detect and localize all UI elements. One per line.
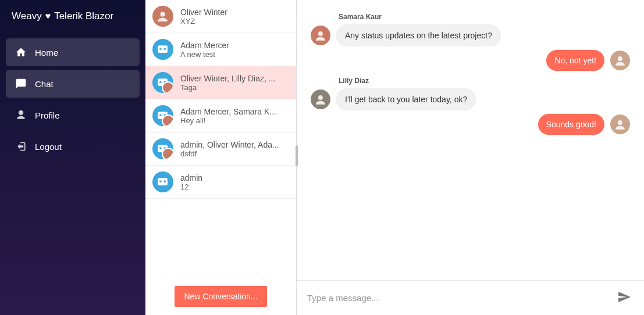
svg-point-0 [161,12,165,17]
conversation-item[interactable]: Adam Mercer, Samara K...Hey all! [145,99,296,133]
conversation-title: admin [180,173,202,182]
chat-icon [15,78,27,90]
nav-logout-label: Logout [35,142,62,152]
conversation-subtitle: dsfdf [180,149,279,158]
sidebar: Weavy ♥ Telerik Blazor Home Chat [0,0,145,315]
svg-rect-13 [158,178,168,186]
nav: Home Chat Profile Logout [0,33,145,166]
avatar [152,39,173,60]
send-button[interactable] [615,288,634,308]
nav-chat[interactable]: Chat [6,70,140,98]
svg-point-19 [618,120,622,125]
message-outgoing: Sounds good! [311,114,630,135]
svg-rect-11 [160,148,162,149]
svg-rect-9 [164,114,166,116]
conversation-item[interactable]: admin, Oliver Winter, Ada...dsfdf [145,133,296,166]
message-incoming: Any status updates on the latest project… [311,24,630,46]
svg-rect-6 [164,81,166,83]
conversation-item[interactable]: admin12 [145,166,296,199]
conversation-list[interactable]: Oliver WinterXYZAdam MercerA new testOli… [145,0,296,278]
conversation-title: Oliver Winter [180,8,227,17]
svg-rect-4 [158,79,168,87]
message-input[interactable] [307,293,608,303]
message-incoming: I'll get back to you later today, ok? [311,88,630,110]
message-bubble: No, not yet! [546,50,604,71]
avatar [610,114,630,134]
message-author: Samara Kaur [339,13,630,21]
conversation-panel: Oliver WinterXYZAdam MercerA new testOli… [145,0,297,315]
new-conversation-wrap: New Conversation... [145,278,296,315]
svg-rect-14 [160,181,162,182]
svg-rect-10 [158,145,168,153]
avatar [152,105,173,126]
heart-icon: ♥ [45,11,51,22]
conversation-title: admin, Oliver Winter, Ada... [180,140,279,149]
chat-panel: Samara KaurAny status updates on the lat… [297,0,644,315]
avatar [152,72,173,93]
brand-right: Telerik Blazor [54,10,113,22]
conversation-subtitle: Taga [180,83,275,92]
messages-area[interactable]: Samara KaurAny status updates on the lat… [297,0,644,280]
avatar [152,138,173,159]
nav-home[interactable]: Home [6,38,140,66]
avatar [152,6,173,27]
nav-profile-label: Profile [35,110,60,120]
svg-point-18 [318,95,323,100]
svg-point-16 [318,31,323,36]
conversation-subtitle: 12 [180,182,202,191]
conversation-subtitle: Hey all! [180,116,276,125]
avatar [610,51,630,70]
profile-icon [15,109,27,121]
brand: Weavy ♥ Telerik Blazor [0,0,145,33]
message-author: Lilly Diaz [339,77,630,85]
svg-rect-8 [160,114,162,116]
avatar [311,90,330,109]
send-icon [617,297,631,306]
svg-rect-5 [160,81,162,83]
conversation-item[interactable]: Adam MercerA new test [145,33,296,66]
new-conversation-button[interactable]: New Conversation... [175,286,266,307]
nav-logout[interactable]: Logout [6,133,140,160]
composer [297,280,644,315]
conversation-subtitle: XYZ [180,17,227,26]
conversation-title: Oliver Winter, Lilly Diaz, ... [180,74,275,83]
logout-icon [15,141,27,152]
svg-rect-15 [164,181,166,182]
nav-profile[interactable]: Profile [6,101,140,129]
conversation-title: Adam Mercer, Samara K... [180,107,276,116]
nav-home-label: Home [35,48,58,58]
svg-rect-1 [158,46,168,53]
svg-rect-7 [158,112,168,120]
resize-handle[interactable] [296,145,298,166]
avatar [311,26,330,45]
svg-point-17 [618,56,622,61]
avatar [152,171,173,192]
conversation-title: Adam Mercer [180,41,229,50]
conversation-item[interactable]: Oliver Winter, Lilly Diaz, ...Taga [145,66,296,99]
conversation-subtitle: A new test [180,50,229,59]
message-bubble: Any status updates on the latest project… [336,24,501,46]
svg-rect-2 [160,48,162,50]
svg-rect-12 [164,148,166,149]
nav-chat-label: Chat [35,79,54,89]
message-outgoing: No, not yet! [311,50,630,71]
message-bubble: I'll get back to you later today, ok? [336,88,476,110]
message-bubble: Sounds good! [538,114,604,135]
svg-rect-3 [164,48,166,50]
brand-left: Weavy [12,10,42,22]
conversation-item[interactable]: Oliver WinterXYZ [145,0,296,33]
home-icon [15,46,27,58]
